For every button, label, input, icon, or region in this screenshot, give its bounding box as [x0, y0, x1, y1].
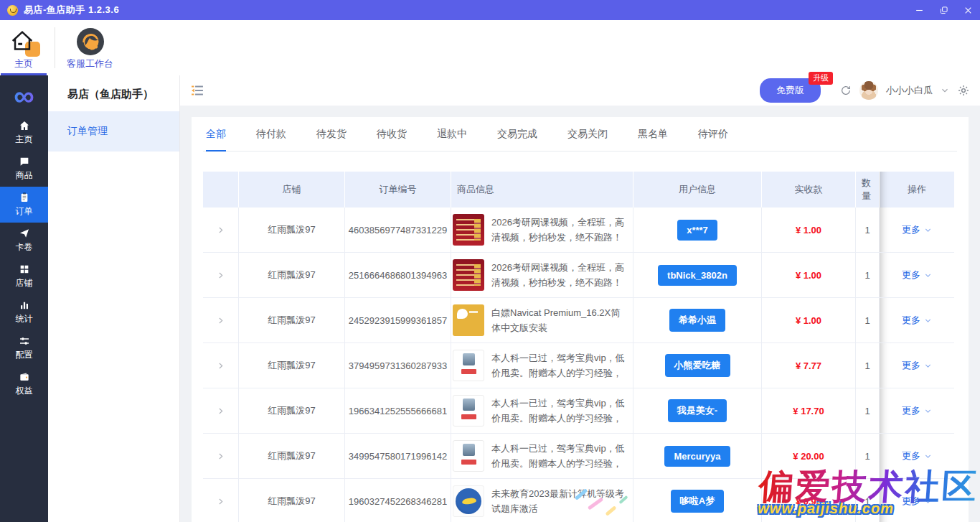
- expand-row-icon[interactable]: [216, 225, 225, 235]
- upgrade-badge[interactable]: 升级: [809, 72, 833, 85]
- sidebar-item-label: 店铺: [16, 277, 33, 289]
- avatar[interactable]: [859, 81, 878, 100]
- quantity: 1: [856, 253, 880, 297]
- more-actions-label: 更多: [902, 449, 920, 462]
- more-actions-label: 更多: [902, 314, 920, 327]
- tab[interactable]: 全部: [206, 128, 226, 151]
- maximize-button[interactable]: [931, 0, 956, 20]
- submenu-item-label: 订单管理: [67, 125, 108, 138]
- sidebar-item-icon: [19, 299, 30, 311]
- tab[interactable]: 待收货: [377, 128, 407, 151]
- buyer-nickname-button[interactable]: 我是美女-: [668, 399, 727, 422]
- order-number: 2452923915999361857: [345, 298, 451, 342]
- expand-row-icon[interactable]: [216, 316, 225, 325]
- buyer-nickname-button[interactable]: 哆啦A梦: [671, 490, 724, 513]
- more-actions-label: 更多: [902, 404, 920, 417]
- amount-received: ¥ 0.95: [796, 496, 821, 507]
- expand-row-icon[interactable]: [216, 497, 225, 506]
- more-actions-button[interactable]: 更多: [902, 314, 932, 327]
- toolbar-item-workbench[interactable]: 客服工作台: [62, 20, 118, 75]
- sidebar-item-label: 主页: [16, 134, 33, 146]
- buyer-nickname-button[interactable]: Mercuryya: [664, 446, 730, 467]
- submenu-item-order-management[interactable]: 订单管理: [48, 111, 179, 152]
- column-header-quantity: 数量: [856, 172, 880, 208]
- sidebar-item[interactable]: 订单: [0, 187, 48, 223]
- sidebar-item-icon: [19, 192, 30, 203]
- sidebar-item-icon: [19, 264, 30, 275]
- orders-card: 全部 待付款 待发货 待收货: [192, 117, 969, 522]
- store-name: 红雨瓢泼97: [239, 388, 345, 433]
- tab[interactable]: 待评价: [698, 128, 728, 151]
- tab-label: 交易完成: [497, 128, 537, 139]
- minimize-button[interactable]: [907, 0, 931, 20]
- expand-row-icon[interactable]: [216, 361, 225, 370]
- product-title: 未来教育2023最新计算机等级考试题库激活: [491, 486, 627, 516]
- product-title: 白嫖Navicat Premium_16.2X简体中文版安装: [491, 305, 627, 335]
- toolbar-item-home[interactable]: 主页: [0, 20, 47, 75]
- column-header-amount: 实收款: [762, 172, 856, 208]
- store-name: 红雨瓢泼97: [239, 343, 345, 388]
- sidebar-item[interactable]: 店铺: [0, 258, 48, 294]
- tab-label: 退款中: [437, 128, 467, 139]
- tab[interactable]: 交易完成: [497, 128, 537, 151]
- store-name: 红雨瓢泼97: [239, 298, 345, 342]
- tab[interactable]: 待付款: [256, 128, 286, 151]
- sidebar-item[interactable]: 主页: [0, 115, 48, 151]
- header-right: 免费版 升级 小小小白瓜: [760, 78, 970, 103]
- sidebar-item[interactable]: 配置: [0, 330, 48, 366]
- chevron-down-icon[interactable]: [941, 86, 949, 95]
- sidebar-item[interactable]: 卡卷: [0, 223, 48, 258]
- quantity: 1: [856, 343, 880, 388]
- tab[interactable]: 待发货: [316, 128, 347, 151]
- close-button[interactable]: [956, 0, 980, 20]
- gear-icon[interactable]: [957, 84, 970, 97]
- buyer-nickname-button[interactable]: 小熊爱吃糖: [665, 354, 730, 377]
- expand-row-icon[interactable]: [216, 452, 225, 461]
- more-actions-label: 更多: [902, 359, 920, 372]
- column-header-store: 店铺: [239, 172, 345, 208]
- more-actions-label: 更多: [902, 269, 920, 281]
- more-actions-button[interactable]: 更多: [902, 269, 932, 281]
- refresh-icon[interactable]: [840, 85, 852, 96]
- more-actions-button[interactable]: 更多: [902, 449, 932, 462]
- window-title: 易店-鱼店助手 1.2.3.6: [24, 4, 119, 17]
- tab[interactable]: 退款中: [437, 128, 467, 151]
- sidebar-item-label: 统计: [16, 313, 33, 325]
- username[interactable]: 小小小白瓜: [886, 84, 933, 97]
- more-actions-button[interactable]: 更多: [902, 223, 932, 236]
- tab[interactable]: 黑名单: [638, 128, 668, 151]
- table-row: 红雨瓢泼97 1960327452268346281 未来教育2023最新计算机…: [203, 479, 954, 522]
- store-name: 红雨瓢泼97: [239, 208, 345, 252]
- more-actions-button[interactable]: 更多: [902, 404, 932, 417]
- amount-received: ¥ 7.77: [796, 360, 821, 371]
- window-controls: [907, 0, 980, 20]
- quantity: 1: [856, 388, 880, 433]
- main-header: 免费版 升级 小小小白瓜: [180, 75, 980, 106]
- order-status-tabs: 全部 待付款 待发货 待收货: [203, 117, 957, 152]
- store-name: 红雨瓢泼97: [239, 479, 345, 522]
- tab-label: 黑名单: [638, 128, 668, 139]
- more-actions-button[interactable]: 更多: [902, 359, 932, 372]
- tab[interactable]: 交易关闭: [567, 128, 608, 151]
- sidebar-item[interactable]: 权益: [0, 366, 48, 402]
- table-row: 红雨瓢泼97 2516664686801394963 2026考研网课视频，全程…: [203, 253, 954, 298]
- buyer-nickname-button[interactable]: x***7: [677, 220, 717, 241]
- submenu-panel: 易店（鱼店助手） 订单管理: [48, 75, 180, 522]
- column-header-action: 操作: [880, 172, 954, 208]
- buyer-nickname-button[interactable]: tbNick_3802n: [658, 265, 737, 286]
- quantity: 1: [856, 298, 880, 342]
- buyer-nickname-button[interactable]: 希希小温: [669, 309, 725, 332]
- product-thumbnail: [453, 259, 484, 291]
- sidebar-item[interactable]: 商品: [0, 151, 48, 187]
- sidebar-item[interactable]: 统计: [0, 294, 48, 330]
- toolbar-divider: [55, 27, 55, 68]
- sidebar-item-icon: [19, 228, 30, 239]
- expand-row-icon[interactable]: [216, 271, 225, 280]
- column-header-expand: [203, 172, 239, 208]
- sidebar-item-label: 订单: [16, 205, 33, 218]
- collapse-menu-icon[interactable]: [190, 83, 204, 98]
- more-actions-button[interactable]: 更多: [902, 495, 932, 508]
- sidebar-item-label: 配置: [16, 349, 33, 361]
- expand-row-icon[interactable]: [216, 406, 225, 416]
- product-thumbnail: [453, 350, 484, 381]
